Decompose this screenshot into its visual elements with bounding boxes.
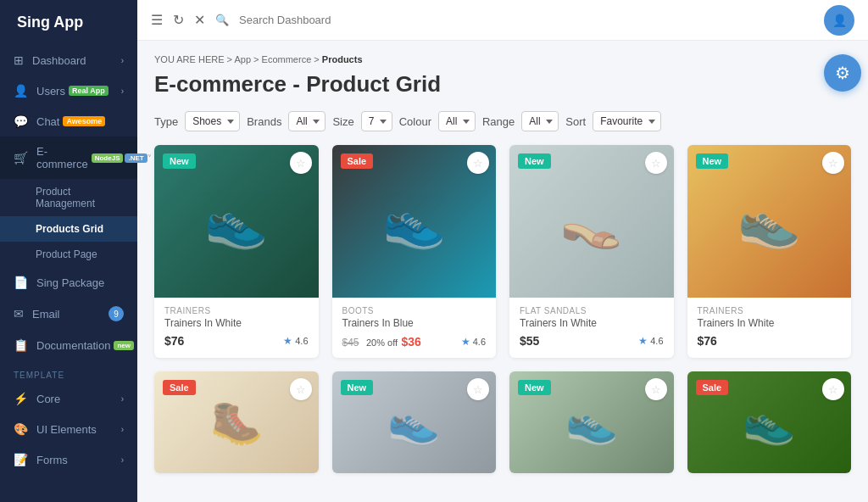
brands-label: Brands (247, 115, 281, 128)
sidebar-item-label: Core (36, 393, 60, 405)
sidebar-item-core[interactable]: ⚡ Core › (0, 383, 137, 414)
product-card-6[interactable]: New ☆ 👟 (332, 371, 497, 473)
sidebar-item-documentation[interactable]: 📋 Documentation new (0, 330, 137, 360)
shoe-image-placeholder: 🥾 (154, 371, 319, 473)
product-card-4[interactable]: New ☆ 👟 TRAINERS Trainers In White $76 (687, 145, 852, 358)
breadcrumb-you-are-here: YOU ARE HERE (154, 54, 225, 64)
product-price: $76 (698, 334, 717, 348)
product-price: $76 (164, 334, 184, 348)
sidebar-item-label: UI Elements (36, 423, 97, 436)
chevron-right-icon: › (121, 455, 124, 465)
product-bottom: $76 (698, 334, 842, 348)
nodejs-badge: NodeJS (92, 153, 124, 163)
product-card-2[interactable]: Sale ☆ 👟 BOOTS Trainers In Blue $45 20% … (332, 145, 497, 358)
breadcrumb: YOU ARE HERE > App > Ecommerce > Product… (154, 54, 851, 64)
sub-label: Product Page (36, 248, 97, 260)
star-icon: ★ (283, 335, 292, 347)
sidebar-item-sing-package[interactable]: 📄 Sing Package (0, 267, 137, 298)
product-info-4: TRAINERS Trainers In White $76 (687, 298, 852, 356)
sidebar-item-forms[interactable]: 📝 Forms › (0, 444, 137, 475)
refresh-icon[interactable]: ↻ (173, 12, 184, 28)
product-bottom: $55 ★ 4.6 (520, 334, 664, 348)
sidebar-item-users[interactable]: 👤 Users Real App › (0, 75, 137, 106)
sidebar-item-chat[interactable]: 💬 Chat Awesome (0, 106, 137, 137)
product-image-8: Sale ☆ 👟 (687, 371, 852, 473)
sort-select[interactable]: Favourite (593, 111, 661, 131)
product-image-2: Sale ☆ 👟 (332, 145, 497, 298)
shoe-image-placeholder: 👟 (332, 371, 497, 473)
breadcrumb-app[interactable]: App (234, 54, 251, 64)
new-badge: new (114, 341, 134, 350)
product-bottom: $76 ★ 4.6 (164, 334, 309, 348)
email-icon: ✉ (14, 307, 24, 321)
settings-fab[interactable]: ⚙ (824, 54, 861, 92)
product-bottom: $45 20% off $36 ★ 4.6 (342, 334, 487, 349)
real-app-badge: Real App (69, 86, 108, 96)
sidebar-item-label: Forms (36, 454, 68, 466)
product-card-1[interactable]: New ☆ 👟 TRAINERS Trainers In White $76 ★… (154, 145, 319, 358)
size-select[interactable]: 7 (361, 111, 392, 131)
shoe-image-placeholder: 👟 (332, 145, 497, 298)
search-input[interactable] (239, 14, 493, 26)
sidebar-sub-products-grid[interactable]: Products Grid (0, 216, 137, 242)
product-card-3[interactable]: New ☆ 👡 FLAT SANDALS Trainers In White $… (509, 145, 674, 358)
colour-select[interactable]: All (438, 111, 476, 131)
product-category: BOOTS (342, 306, 487, 315)
sidebar-sub-product-page[interactable]: Product Page (0, 242, 137, 267)
product-card-5[interactable]: Sale ☆ 🥾 (154, 371, 319, 473)
sidebar-item-label: Documentation (36, 339, 110, 352)
avatar[interactable]: 👤 (824, 5, 854, 36)
product-name: Trainers In White (698, 317, 842, 329)
breadcrumb-ecommerce[interactable]: Ecommerce (262, 54, 312, 64)
product-grid: New ☆ 👟 TRAINERS Trainers In White $76 ★… (154, 145, 851, 473)
chevron-right-icon: › (121, 394, 124, 404)
package-icon: 📄 (14, 276, 28, 289)
sidebar-item-ui-elements[interactable]: 🎨 UI Elements › (0, 414, 137, 444)
page-title: E-commerce - Product Grid (154, 71, 851, 98)
product-rating: ★ 4.6 (283, 335, 308, 347)
shoe-image-placeholder: 👟 (154, 145, 319, 298)
product-price: $55 (520, 334, 539, 348)
rating-value: 4.6 (295, 336, 308, 346)
range-label: Range (482, 115, 515, 128)
sidebar-item-ecommerce[interactable]: 🛒 E-commerce NodeJS .NET ˅ (0, 137, 137, 179)
type-select[interactable]: Shoes (185, 111, 240, 131)
sidebar-item-label: Dashboard (32, 54, 86, 67)
range-select[interactable]: All (521, 111, 559, 131)
original-price: $45 (342, 337, 359, 349)
product-category: TRAINERS (698, 306, 842, 315)
star-icon: ★ (638, 335, 648, 347)
forms-icon: 📝 (14, 453, 28, 466)
docs-icon: 📋 (14, 338, 28, 352)
product-info-2: BOOTS Trainers In Blue $45 20% off $36 ★… (332, 298, 497, 358)
sidebar-item-email[interactable]: ✉ Email 9 (0, 298, 137, 330)
main-area: ☰ ↻ ✕ 🔍 👤 ⚙ YOU ARE HERE > App > Ecommer… (137, 0, 868, 502)
rating-value: 4.6 (473, 337, 486, 347)
hamburger-icon[interactable]: ☰ (151, 12, 163, 28)
product-name: Trainers In Blue (342, 317, 487, 329)
users-icon: 👤 (14, 84, 28, 98)
price-group: $45 20% off $36 (342, 334, 421, 349)
filter-bar: Type Shoes Brands All Size 7 Colour All … (154, 111, 851, 131)
product-card-7[interactable]: New ☆ 👟 (509, 371, 674, 473)
product-category: TRAINERS (164, 306, 309, 315)
sidebar-item-label: E-commerce (36, 145, 88, 170)
shoe-image-placeholder: 👟 (509, 371, 674, 473)
shoe-image-placeholder: 👟 (687, 371, 852, 473)
product-card-8[interactable]: Sale ☆ 👟 (687, 371, 852, 473)
product-name: Trainers In White (520, 317, 664, 329)
size-label: Size (332, 115, 353, 128)
brands-select[interactable]: All (288, 111, 326, 131)
shoe-image-placeholder: 👟 (687, 145, 852, 298)
sidebar-sub-product-management[interactable]: Product Management (0, 179, 137, 216)
dashboard-icon: ⊞ (14, 53, 24, 67)
product-rating: ★ 4.6 (638, 335, 663, 347)
chevron-right-icon: › (121, 86, 124, 96)
sidebar-item-dashboard[interactable]: ⊞ Dashboard › (0, 45, 137, 75)
product-image-5: Sale ☆ 🥾 (154, 371, 319, 473)
sidebar-item-label: Sing Package (36, 276, 104, 289)
chevron-right-icon: › (121, 56, 124, 65)
close-icon[interactable]: ✕ (194, 12, 205, 28)
sub-label: Product Management (36, 186, 95, 209)
awesome-badge: Awesome (63, 116, 105, 126)
